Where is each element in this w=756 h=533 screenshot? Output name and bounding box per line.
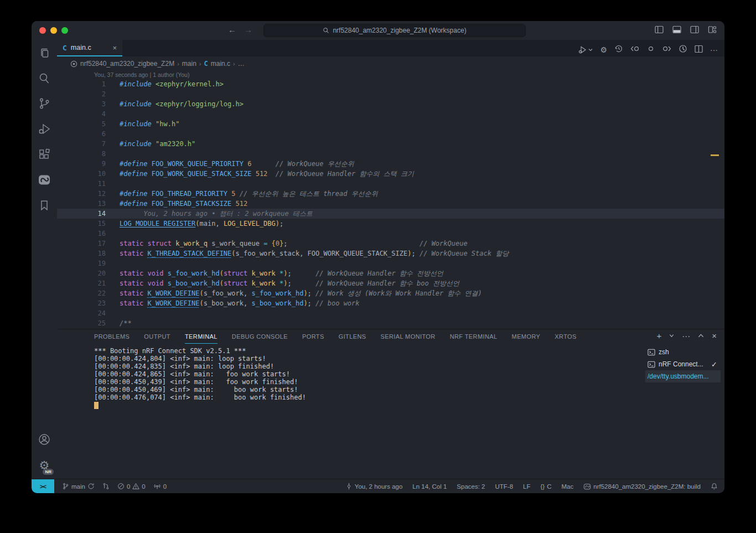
source-control-icon[interactable] [32, 91, 57, 116]
panel-tab-bar: PROBLEMSOUTPUTTERMINALDEBUG CONSOLEPORTS… [94, 333, 577, 344]
breadcrumb-folder[interactable]: main [182, 60, 196, 68]
panel-tab-xrtos[interactable]: XRTOS [555, 333, 577, 344]
search-icon [323, 27, 329, 34]
nrf-connect-icon[interactable] [32, 167, 57, 193]
split-editor-icon[interactable] [695, 45, 703, 55]
blame-indicator[interactable]: You, 2 hours ago [345, 483, 403, 490]
code-line-9[interactable]: 9#define FOO_WORK_QUEUE_PRIORITY 6 // Wo… [57, 159, 724, 169]
panel-tab-memory[interactable]: MEMORY [512, 333, 541, 344]
terminal-list-item[interactable]: zsh [645, 346, 721, 358]
code-line-4[interactable]: 4 [57, 109, 724, 119]
maximize-panel-icon[interactable] [698, 333, 704, 338]
close-window-button[interactable] [39, 27, 46, 34]
new-terminal-icon[interactable]: + [656, 332, 661, 340]
explorer-icon[interactable] [32, 40, 57, 65]
code-line-6[interactable]: 6 [57, 129, 724, 139]
breadcrumb-file[interactable]: main.c [211, 60, 230, 68]
panel-tab-debug-console[interactable]: DEBUG CONSOLE [232, 333, 288, 344]
modified-indicator-icon [70, 60, 77, 68]
codelens-blame[interactable]: You, 37 seconds ago | 1 author (You) [57, 71, 724, 79]
cursor-position[interactable]: Ln 14, Col 1 [412, 483, 447, 490]
eol-sequence[interactable]: LF [523, 483, 530, 490]
panel-tab-terminal[interactable]: TERMINAL [185, 333, 218, 344]
code-line-11[interactable]: 11 [57, 179, 724, 189]
branch-indicator[interactable]: main [62, 483, 95, 490]
remote-indicator[interactable]: >< [32, 479, 54, 494]
configure-gear-icon[interactable]: ⚙ [600, 46, 607, 54]
open-changes-prev-icon[interactable] [630, 44, 640, 55]
bell-icon [711, 483, 718, 490]
indentation[interactable]: Spaces: 2 [457, 483, 485, 490]
accounts-icon[interactable] [32, 427, 57, 452]
code-line-2[interactable]: 2 [57, 89, 724, 99]
ports-indicator[interactable]: 0 [153, 483, 167, 490]
command-center-search[interactable]: nrf52840_am2320_zigbee_Z2M (Workspace) [263, 24, 526, 37]
code-editor[interactable]: You, 37 seconds ago | 1 author (You) 1#i… [57, 71, 724, 329]
code-line-7[interactable]: 7#include "am2320.h" [57, 139, 724, 149]
code-line-16[interactable]: 16 [57, 229, 724, 239]
code-line-14[interactable]: 14 You, 2 hours ago • 챕터 : 2 workqueue 테… [57, 209, 724, 219]
terminal-dropdown-chevron-icon[interactable] [669, 333, 674, 338]
encoding[interactable]: UTF-8 [495, 483, 514, 490]
gitlens-compare[interactable] [102, 483, 110, 490]
toggle-panel-icon[interactable] [672, 25, 681, 34]
code-line-8[interactable]: 8 [57, 149, 724, 159]
code-line-22[interactable]: 22static K_WORK_DEFINE(s_foo_work, s_foo… [57, 288, 724, 298]
toggle-primary-sidebar-icon[interactable] [655, 25, 664, 34]
code-line-24[interactable]: 24 [57, 308, 724, 318]
code-line-23[interactable]: 23static K_WORK_DEFINE(s_boo_work, s_boo… [57, 298, 724, 308]
panel-tab-serial-monitor[interactable]: SERIAL MONITOR [381, 333, 436, 344]
terminal-list-item[interactable]: nRF Connect...✓ [645, 358, 721, 370]
panel-tab-gitlens[interactable]: GITLENS [339, 333, 366, 344]
minimize-window-button[interactable] [50, 27, 57, 34]
run-debug-file-icon[interactable] [578, 45, 593, 54]
panel-tab-problems[interactable]: PROBLEMS [94, 333, 130, 344]
toggle-secondary-sidebar-icon[interactable] [690, 25, 699, 34]
terminal-list-item[interactable]: /dev/tty.usbmodem... [645, 370, 721, 382]
bookmarks-icon[interactable] [32, 193, 57, 218]
code-line-1[interactable]: 1#include <zephyr/kernel.h> [57, 79, 724, 89]
run-debug-icon[interactable] [32, 116, 57, 142]
search-sidebar-icon[interactable] [32, 65, 57, 91]
gitlens-blame-icon[interactable] [679, 44, 687, 55]
manage-gear-icon[interactable]: ⚙ NR [32, 452, 57, 478]
chevron-right-icon: › [233, 60, 235, 67]
code-line-10[interactable]: 10#define FOO_WORK_QUEUE_STACK_SIZE 512 … [57, 169, 724, 179]
next-change-icon[interactable] [662, 44, 671, 55]
panel-tab-ports[interactable]: PORTS [302, 333, 324, 344]
code-line-19[interactable]: 19 [57, 258, 724, 268]
code-line-13[interactable]: 13#define FOO_THREAD_STACKSIZE 512 [57, 199, 724, 209]
tab-main-c[interactable]: C main.c × [57, 40, 122, 56]
code-line-15[interactable]: 15LOG_MODULE_REGISTER(main, LOG_LEVEL_DB… [57, 219, 724, 229]
panel-more-icon[interactable]: ··· [682, 332, 690, 340]
notifications-bell[interactable] [711, 483, 718, 490]
more-actions-icon[interactable]: ··· [710, 46, 718, 54]
terminal-output[interactable]: *** Booting nRF Connect SDK v2.5.1 ***[0… [94, 347, 306, 409]
panel-tab-output[interactable]: OUTPUT [144, 333, 170, 344]
language-mode[interactable]: {} C [541, 483, 552, 490]
previous-change-icon[interactable] [647, 44, 655, 55]
problems-indicator[interactable]: 0 0 [117, 483, 146, 490]
nrf-badge: NR [43, 469, 54, 475]
code-line-21[interactable]: 21static void s_boo_work_hd(struct k_wor… [57, 278, 724, 288]
zoom-window-button[interactable] [61, 27, 68, 34]
panel-tab-nrf-terminal[interactable]: NRF TERMINAL [450, 333, 498, 344]
code-line-25[interactable]: 25/** [57, 318, 724, 328]
os-indicator[interactable]: Mac [562, 483, 574, 490]
code-line-5[interactable]: 5#include "hw.h" [57, 119, 724, 129]
code-line-12[interactable]: 12#define FOO_THREAD_PRIORITY 5 // 우선순위 … [57, 189, 724, 199]
close-panel-icon[interactable]: × [712, 332, 717, 340]
code-line-18[interactable]: 18static K_THREAD_STACK_DEFINE(s_foo_wor… [57, 249, 724, 258]
breadcrumb-project[interactable]: nrf52840_am2320_zigbee_Z2M [80, 60, 174, 68]
code-line-3[interactable]: 3#include <zephyr/logging/log.h> [57, 99, 724, 109]
breadcrumb-symbol[interactable]: … [238, 60, 245, 68]
tab-close-icon[interactable]: × [112, 44, 117, 52]
extensions-icon[interactable] [32, 142, 57, 167]
build-task[interactable]: nrf52840_am2320_zigbee_Z2M: build [583, 483, 701, 490]
customize-layout-icon[interactable] [708, 25, 717, 34]
code-line-17[interactable]: 17static struct k_work_q s_work_queue = … [57, 239, 724, 249]
code-line-20[interactable]: 20static void s_foo_work_hd(struct k_wor… [57, 268, 724, 278]
nav-back-icon[interactable]: ← [228, 25, 236, 34]
nav-forward-icon[interactable]: → [244, 25, 252, 34]
timeline-history-icon[interactable] [614, 44, 623, 55]
